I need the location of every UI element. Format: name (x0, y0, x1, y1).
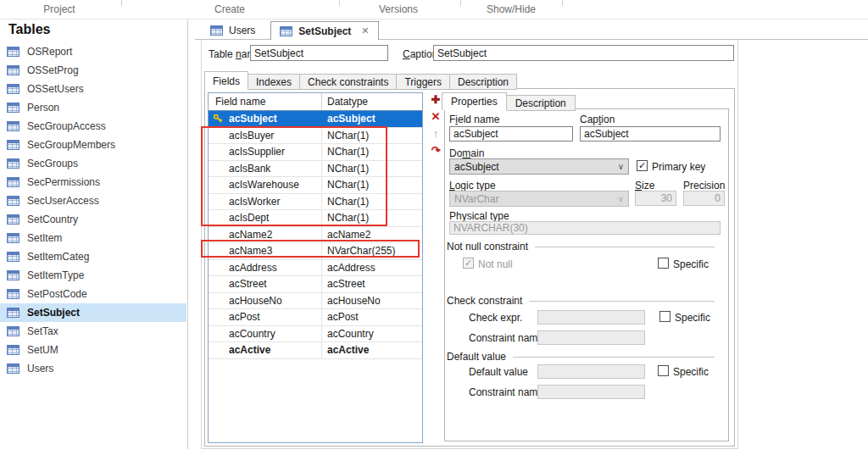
move-field-up-button[interactable]: ↑ (433, 127, 439, 140)
sidebar-item-osreport[interactable]: OSReport (0, 42, 186, 61)
move-field-down-button[interactable]: ↷ (431, 144, 441, 157)
datatype-cell[interactable]: NVarChar(255) (322, 243, 422, 259)
field-row-acisbank[interactable]: acIsBankNChar(1) (209, 161, 422, 178)
datatype-cell[interactable]: acCountry (322, 326, 422, 342)
logic-type-select[interactable]: NVarChar ∨ (449, 191, 629, 207)
field-row-acpost[interactable]: acPostacPost (209, 309, 422, 326)
domain-select[interactable]: acSubject ∨ (449, 158, 629, 175)
table-caption-input[interactable] (433, 45, 734, 61)
field-row-acisdept[interactable]: acIsDeptNChar(1) (209, 210, 422, 227)
tab-description[interactable]: Description (450, 74, 517, 90)
field-name-input[interactable] (449, 126, 573, 141)
sidebar-item-setcountry[interactable]: SetCountry (0, 210, 186, 229)
field-row-acaddress[interactable]: acAddressacAddress (209, 260, 422, 277)
datatype-cell[interactable]: acActive (322, 342, 422, 358)
field-name-cell[interactable]: acIsBuyer (209, 128, 322, 144)
tab-fields[interactable]: Fields (204, 71, 248, 90)
field-name-text: acIsDept (229, 212, 269, 224)
column-header-field-name[interactable]: Field name (209, 93, 322, 110)
check-expr-input[interactable] (537, 310, 645, 325)
check-constraint-name-input[interactable] (537, 330, 645, 345)
tab-check-constraints[interactable]: Check constraints (300, 74, 397, 90)
field-row-acsubject[interactable]: acSubjectacSubject (209, 111, 422, 128)
sidebar-item-secpermissions[interactable]: SecPermissions (0, 173, 186, 191)
sidebar-item-person[interactable]: Person (0, 98, 186, 117)
sidebar-item-secgroups[interactable]: SecGroups (0, 154, 186, 173)
datatype-cell[interactable]: NChar(1) (322, 194, 422, 210)
tab-indexes[interactable]: Indexes (248, 74, 300, 90)
field-row-acname2[interactable]: acName2acName2 (209, 227, 422, 244)
field-row-acisbuyer[interactable]: acIsBuyerNChar(1) (209, 128, 422, 145)
sidebar-item-setsubject[interactable]: SetSubject (0, 303, 186, 322)
datatype-cell[interactable]: acStreet (322, 276, 422, 292)
field-row-acissupplier[interactable]: acIsSupplierNChar(1) (209, 144, 422, 161)
sidebar-item-secgroupmembers[interactable]: SecGroupMembers (0, 136, 186, 154)
field-name-cell[interactable]: acSubject (209, 111, 322, 127)
sidebar-item-setitemtype[interactable]: SetItemType (0, 266, 186, 285)
datatype-cell[interactable]: acName2 (322, 227, 422, 243)
field-name-cell[interactable]: acActive (209, 342, 322, 358)
field-row-aciswarehouse[interactable]: acIsWarehouseNChar(1) (209, 177, 422, 194)
default-specific-checkbox[interactable]: ✓ (658, 365, 669, 376)
table-name-input[interactable] (250, 45, 388, 61)
sidebar-item-setpostcode[interactable]: SetPostCode (0, 285, 186, 303)
sidebar-item-ossetusers[interactable]: OSSetUsers (0, 80, 186, 98)
datatype-cell[interactable]: acHouseNo (322, 293, 422, 309)
default-constraint-name-input[interactable] (537, 385, 645, 399)
datatype-cell[interactable]: acPost (322, 309, 422, 325)
field-name-cell[interactable]: acIsSupplier (209, 144, 322, 160)
field-name-cell[interactable]: acHouseNo (209, 293, 322, 309)
datatype-cell[interactable]: acAddress (322, 260, 422, 276)
sidebar-item-users[interactable]: Users (0, 359, 186, 378)
tab-setsubject[interactable]: SetSubject ✕ (270, 21, 378, 40)
delete-field-button[interactable]: ✕ (431, 110, 441, 123)
sidebar-item-settax[interactable]: SetTax (0, 322, 186, 341)
tab-triggers[interactable]: Triggers (397, 74, 450, 90)
primary-key-checkbox[interactable]: ✓ (637, 160, 648, 171)
sidebar-item-label: OSSetProg (27, 64, 79, 76)
field-row-acactive[interactable]: acActiveacActive (209, 342, 422, 359)
field-caption-input[interactable] (580, 126, 721, 141)
not-null-specific-checkbox[interactable]: ✓ (658, 258, 669, 269)
field-name-cell[interactable]: acStreet (209, 276, 322, 292)
precision-input[interactable] (683, 191, 725, 206)
field-name-cell[interactable]: acIsWarehouse (209, 177, 322, 193)
sidebar-item-setitemcateg[interactable]: SetItemCateg (0, 247, 186, 266)
default-value-input[interactable] (537, 364, 645, 379)
tab-field-description[interactable]: Description (507, 95, 576, 111)
datatype-cell[interactable]: NChar(1) (322, 161, 422, 177)
field-row-acname3[interactable]: acName3NVarChar(255) (209, 243, 422, 260)
field-name-cell[interactable]: acCountry (209, 326, 322, 342)
field-name-cell[interactable]: acPost (209, 309, 322, 325)
field-name-cell[interactable]: acIsBank (209, 161, 322, 177)
field-name-cell[interactable]: acIsDept (209, 210, 322, 226)
datatype-cell[interactable]: NChar(1) (322, 210, 422, 226)
field-name-cell[interactable]: acName3 (209, 243, 322, 259)
not-null-checkbox[interactable]: ✓ (463, 258, 474, 269)
datatype-cell[interactable]: acSubject (322, 111, 422, 127)
column-header-datatype[interactable]: Datatype (322, 93, 422, 110)
field-name-cell[interactable]: acName2 (209, 227, 322, 243)
add-field-button[interactable]: ✚ (431, 93, 441, 106)
physical-type-input[interactable] (449, 221, 721, 235)
tab-properties[interactable]: Properties (442, 92, 507, 110)
table-icon (7, 158, 19, 169)
field-row-acstreet[interactable]: acStreetacStreet (209, 276, 422, 293)
datatype-cell[interactable]: NChar(1) (322, 177, 422, 193)
sidebar-item-setitem[interactable]: SetItem (0, 229, 186, 247)
field-row-accountry[interactable]: acCountryacCountry (209, 326, 422, 343)
sidebar-item-setum[interactable]: SetUM (0, 341, 186, 359)
check-specific-checkbox[interactable]: ✓ (659, 311, 670, 322)
datatype-cell[interactable]: NChar(1) (322, 144, 422, 160)
close-tab-icon[interactable]: ✕ (361, 25, 369, 36)
field-name-cell[interactable]: acAddress (209, 260, 322, 276)
sidebar-item-secuseraccess[interactable]: SecUserAccess (0, 191, 186, 210)
field-name-cell[interactable]: acIsWorker (209, 194, 322, 210)
size-input[interactable] (635, 191, 676, 206)
sidebar-item-secgroupaccess[interactable]: SecGroupAccess (0, 117, 186, 136)
field-row-achouseno[interactable]: acHouseNoacHouseNo (209, 293, 422, 310)
datatype-cell[interactable]: NChar(1) (322, 128, 422, 144)
sidebar-item-ossetprog[interactable]: OSSetProg (0, 61, 186, 80)
field-row-acisworker[interactable]: acIsWorkerNChar(1) (209, 194, 422, 211)
tab-users[interactable]: Users (202, 21, 264, 40)
